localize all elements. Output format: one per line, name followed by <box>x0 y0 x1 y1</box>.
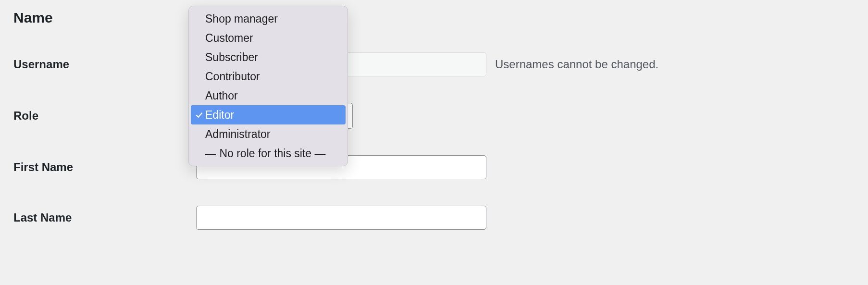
role-label: Role <box>13 109 196 123</box>
role-option-label: — No role for this site — <box>205 147 326 160</box>
last-name-row: Last Name <box>13 206 855 230</box>
section-heading: Name <box>13 10 855 26</box>
role-option-label: Author <box>205 89 238 102</box>
username-label: Username <box>13 58 196 71</box>
last-name-input[interactable] <box>196 206 486 230</box>
role-option-label: Subscriber <box>205 51 258 64</box>
user-name-section: Name Username Usernames cannot be change… <box>0 0 868 266</box>
role-option-label: Customer <box>205 32 253 45</box>
first-name-row: First Name <box>13 155 855 179</box>
role-option-none[interactable]: — No role for this site — <box>189 144 347 163</box>
role-option-label: Contributor <box>205 70 260 83</box>
last-name-label: Last Name <box>13 211 196 224</box>
role-row: Role Editor <box>13 103 855 129</box>
role-option-contributor[interactable]: Contributor <box>189 67 347 86</box>
username-hint: Usernames cannot be changed. <box>495 58 658 71</box>
username-row: Username Usernames cannot be changed. <box>13 52 855 76</box>
role-option-shop-manager[interactable]: Shop manager <box>189 9 347 28</box>
role-dropdown-popup[interactable]: Shop manager Customer Subscriber Contrib… <box>188 6 348 166</box>
role-option-customer[interactable]: Customer <box>189 28 347 48</box>
role-option-label: Administrator <box>205 128 270 141</box>
role-option-editor[interactable]: Editor <box>191 105 346 124</box>
role-option-administrator[interactable]: Administrator <box>189 124 347 144</box>
role-option-subscriber[interactable]: Subscriber <box>189 48 347 67</box>
role-option-label: Editor <box>205 109 234 122</box>
role-option-author[interactable]: Author <box>189 86 347 105</box>
role-option-label: Shop manager <box>205 12 278 25</box>
first-name-label: First Name <box>13 161 196 174</box>
check-icon <box>194 112 204 119</box>
last-name-field-wrap <box>196 206 855 230</box>
